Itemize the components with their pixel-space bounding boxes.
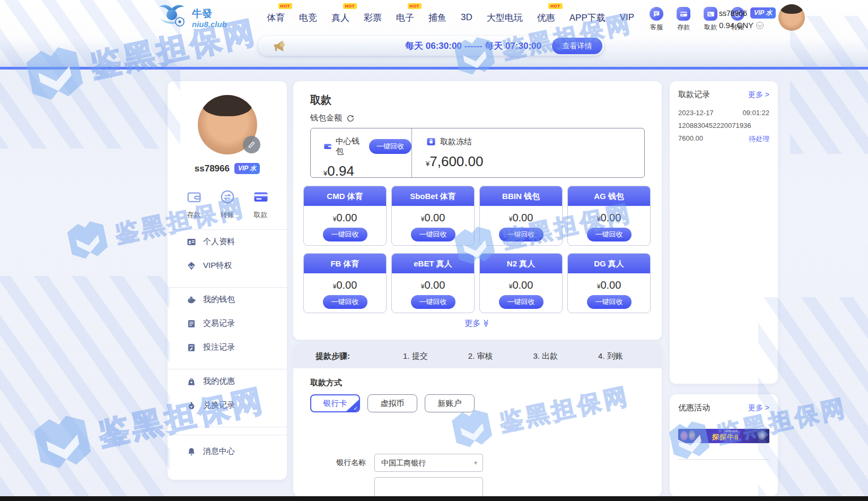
nav-item[interactable]: HOT 体育	[267, 12, 285, 24]
nav-item[interactable]: HOT 彩票	[364, 12, 382, 24]
method-option-label: 新账户	[438, 399, 462, 408]
wallet-card: AG 钱包 ¥0.00 一键回收	[567, 186, 651, 246]
edit-avatar-button[interactable]	[243, 136, 260, 153]
step-item: 4. 到账	[598, 351, 623, 361]
record-time: 09:01:22	[742, 109, 769, 117]
recycle-button[interactable]: 一键回收	[323, 228, 367, 241]
promotions-card: 优惠活动 更多 > niu8.club 探探牛8	[670, 394, 778, 496]
site-logo[interactable]: 牛發 niu8.club	[157, 3, 227, 33]
username: ss78966	[195, 163, 230, 174]
nav-item[interactable]: HOT 捕鱼	[428, 12, 446, 24]
nav-item[interactable]: HOT 真人	[331, 12, 349, 24]
records-more-link[interactable]: 更多 >	[748, 90, 769, 100]
nav-item-label: 捕鱼	[428, 13, 446, 23]
nav-item-label: VIP	[620, 12, 634, 22]
announcement-bar: 每天 06:30:00 ------ 每天 07:30:00 查看详情	[258, 36, 604, 56]
sidebar-transfer-button[interactable]: 转账	[220, 189, 235, 220]
wallet-amount: 0.00	[512, 212, 533, 223]
logo-title: 牛發	[192, 8, 227, 20]
wallet-icon	[323, 141, 332, 152]
wallet-name: DG 真人	[568, 254, 650, 273]
nav-item-label: 大型电玩	[487, 13, 523, 23]
recycle-button[interactable]: 一键回收	[323, 295, 367, 309]
sidebar-item-promotions[interactable]: 我的优惠	[168, 369, 287, 393]
wallet-card: CMD 体育 ¥0.00 一键回收	[303, 186, 387, 246]
nav-item[interactable]: HOT 电子	[396, 12, 414, 24]
sidebar-item-messages[interactable]: 消息中心	[168, 439, 287, 463]
nav-item[interactable]: HOT 电竞	[299, 12, 317, 24]
deposit-card-icon	[677, 7, 690, 21]
sidebar-actions: 存款 转账 取款	[168, 189, 287, 220]
piggy-bank-icon	[187, 295, 196, 305]
sidebar-item-vip[interactable]: VIP特权	[168, 254, 287, 278]
wallet-card: BBIN 钱包 ¥0.00 一键回收	[479, 186, 563, 246]
balance-value: 0.94 CNY	[719, 21, 753, 30]
withdraw-steps-bar: 提款步骤: 1. 提交2. 审核3. 出款4. 到账	[293, 344, 662, 368]
recycle-button[interactable]: 一键回收	[587, 295, 632, 309]
withdraw-method-option[interactable]: 虚拟币	[367, 394, 417, 412]
recycle-all-button[interactable]: 一键回收	[369, 139, 411, 154]
action-label: 取款	[253, 210, 269, 220]
nav-item-label: 彩票	[364, 13, 382, 23]
header: 牛發 niu8.club HOT 体育 HOT 电竞 HOT 真人 HOT 彩票…	[0, 0, 868, 70]
sidebar-withdraw-button[interactable]: 取款	[253, 189, 269, 220]
step-item: 1. 提交	[403, 351, 428, 361]
bank-name-row: 银行名称 中国工商银行 ▾	[310, 454, 483, 472]
wallet-name: BBIN 钱包	[480, 186, 562, 206]
nav-item[interactable]: HOT VIP	[620, 12, 634, 23]
sidebar-item-redeem[interactable]: 兑换记录	[168, 393, 287, 417]
sidebar-deposit-button[interactable]: 存款	[186, 189, 202, 220]
nav-item[interactable]: HOT APP下载	[569, 12, 606, 24]
nav-item[interactable]: HOT 3D	[461, 12, 472, 23]
nav-item-label: 体育	[267, 13, 285, 23]
sidebar-item-profile[interactable]: 个人资料	[168, 230, 287, 254]
wallet-amount: 0.00	[336, 279, 357, 291]
refresh-icon[interactable]	[346, 114, 355, 123]
promotions-title: 优惠活动	[678, 403, 710, 413]
withdraw-button[interactable]: 取款	[700, 7, 721, 32]
stripe-pattern	[0, 276, 170, 501]
record-row: 2023-12-17 09:01:22	[678, 109, 769, 117]
vip-badge: VIP 水	[234, 163, 260, 174]
bank-name-select[interactable]: 中国工商银行 ▾	[374, 454, 483, 472]
recycle-button[interactable]: 一键回收	[587, 228, 632, 241]
quick-action-label: 存款	[673, 23, 694, 32]
balance-dropdown-icon[interactable]	[756, 22, 764, 29]
frozen-label: 取款冻结	[440, 137, 472, 147]
withdraw-form-panel: 提款步骤: 1. 提交2. 审核3. 出款4. 到账 取款方式 银行卡 虚拟币 …	[293, 344, 662, 496]
promo-banner[interactable]: niu8.club 探探牛8	[678, 429, 769, 443]
record-order-number: 1208830452220071936	[678, 122, 751, 129]
deposit-button[interactable]: 存款	[673, 7, 694, 32]
recycle-button[interactable]: 一键回收	[411, 228, 455, 241]
recycle-button[interactable]: 一键回收	[411, 295, 455, 309]
transfer-icon	[220, 189, 235, 205]
wallet-name: FB 体育	[304, 254, 386, 273]
step-item: 2. 审核	[468, 351, 493, 361]
id-card-icon	[187, 237, 196, 247]
quick-action-label: 客服	[646, 23, 667, 32]
nav-item-label: 电子	[396, 13, 414, 23]
bank-name-value: 中国工商银行	[381, 459, 426, 467]
sidebar-item-wallet[interactable]: 我的钱包	[168, 288, 287, 312]
promotions-more-link[interactable]: 更多 >	[748, 403, 769, 413]
money-bag-icon	[187, 401, 196, 410]
page-title: 取款	[310, 93, 331, 107]
sidebar-item-bets[interactable]: 投注记录	[168, 335, 287, 359]
recycle-button[interactable]: 一键回收	[499, 295, 543, 309]
wallet-amount: 0.00	[424, 279, 445, 291]
avatar[interactable]	[778, 4, 805, 31]
customer-service-button[interactable]: 客服	[646, 7, 667, 32]
more-wallets-link[interactable]: 更多≫	[293, 318, 662, 329]
quick-action-label: 取款	[700, 23, 721, 32]
withdraw-method-option[interactable]: 银行卡	[310, 394, 360, 412]
nav-item[interactable]: HOT 优惠	[537, 12, 555, 24]
hot-badge: HOT	[408, 3, 422, 9]
nav-item[interactable]: HOT 大型电玩	[487, 12, 523, 24]
recycle-button[interactable]: 一键回收	[499, 228, 543, 241]
withdraw-method-option[interactable]: 新账户	[425, 394, 475, 412]
chevron-down-icon: ≫	[483, 319, 491, 327]
amount-input[interactable]	[374, 477, 483, 496]
username: ss78966	[719, 9, 747, 18]
sidebar-item-transactions[interactable]: 交易记录	[168, 312, 287, 335]
view-details-button[interactable]: 查看详情	[552, 38, 602, 54]
